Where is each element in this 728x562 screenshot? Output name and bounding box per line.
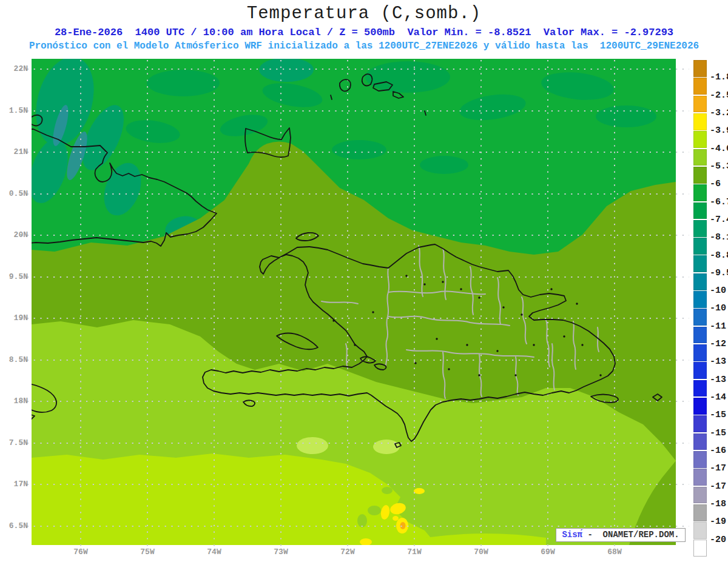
y-axis-label: 19N [0, 313, 28, 323]
colorbar-label: -10.2 [710, 286, 728, 296]
colorbar-cell [693, 78, 707, 95]
y-axis-label: 8.5N [0, 355, 28, 364]
y-axis-label: 21N [0, 147, 28, 156]
x-axis-label: 68W [601, 547, 628, 557]
colorbar-label: -18.6 [710, 499, 728, 509]
colorbar-cell [693, 309, 707, 326]
colorbar-label: -10.9 [710, 303, 728, 313]
colorbar-label: -20 [710, 535, 726, 545]
colorbar-label: -3.9 [710, 125, 728, 136]
colorbar-cell [693, 344, 707, 361]
colorbar-label: -17.9 [710, 481, 728, 492]
colorbar-cell [693, 184, 707, 201]
y-axis-label: 17N [0, 480, 28, 489]
colorbar-cell [693, 255, 707, 272]
colorbar-label: -2.5 [710, 90, 728, 101]
colorbar-label: -8.8 [710, 250, 728, 261]
colorbar-cell [693, 220, 707, 237]
colorbar-cell [693, 131, 707, 148]
colorbar-cell [693, 415, 707, 432]
colorbar-cell [693, 273, 707, 290]
colorbar-cell [693, 291, 707, 308]
y-axis-label: 20N [0, 230, 28, 239]
temperature-contour-map [32, 59, 676, 545]
x-axis-label: 74W [201, 547, 228, 557]
y-axis-label: 18N [0, 396, 28, 406]
colorbar-cell [693, 238, 707, 255]
subtitle-line-1: 28-Ene-2026 1400 UTC / 10:00 am Hora Loc… [0, 27, 728, 38]
y-axis-label: 22N [0, 64, 28, 73]
colorbar-label: -8.1 [710, 232, 728, 243]
y-axis-label: 7.5N [0, 438, 28, 447]
attribution-source: - ONAMET/REP.DOM. [582, 530, 679, 540]
colorbar-cell [693, 167, 707, 184]
x-axis-label: 71W [401, 547, 428, 557]
colorbar-label: -15.1 [710, 410, 728, 420]
attribution-box: Sisπ́ - ONAMET/REP.DOM. [556, 528, 686, 542]
colorbar-cell [693, 540, 707, 557]
colorbar-cell [693, 504, 707, 521]
colorbar-cell [693, 327, 707, 344]
page-title: Temperatura (C,somb.) [0, 4, 728, 24]
forecast-page: { "header": { "title": "Temperatura (C,s… [0, 0, 728, 562]
x-axis-label: 69W [534, 547, 561, 557]
y-axis-label: 0.5N [0, 189, 28, 198]
colorbar-cell [693, 149, 707, 166]
colorbar-cell [693, 380, 707, 397]
y-axis-label: 1.5N [0, 106, 28, 115]
forecast-map [32, 59, 676, 545]
colorbar-cell [693, 202, 707, 219]
colorbar-label: -13 [710, 356, 726, 367]
x-axis-label: 76W [67, 547, 94, 557]
colorbar-cell [693, 113, 707, 130]
attribution-brand: Sisπ́ [562, 530, 582, 540]
colorbar-label: -14.4 [710, 392, 728, 403]
colorbar-label: -3.2 [710, 108, 728, 118]
colorbar-cell [693, 487, 707, 504]
colorbar-label: -5.3 [710, 161, 728, 172]
colorbar-cell [693, 362, 707, 379]
subtitle-line-2: Pronóstico con el Modelo Atmósferico WRF… [0, 41, 728, 52]
colorbar-cell [693, 60, 707, 77]
x-axis-label: 75W [134, 547, 161, 557]
y-axis-label: 9.5N [0, 272, 28, 281]
colorbar-cell [693, 522, 707, 539]
x-axis-label: 72W [334, 547, 361, 557]
colorbar-cell [693, 469, 707, 486]
colorbar [693, 60, 707, 558]
colorbar-label: -9.5 [710, 268, 728, 278]
colorbar-label: -17.2 [710, 463, 728, 473]
colorbar-label: -16.5 [710, 446, 728, 456]
colorbar-label: -15.8 [710, 428, 728, 438]
colorbar-label: -4.6 [710, 144, 728, 154]
colorbar-label: -6 [710, 179, 721, 189]
colorbar-label: -11.6 [710, 321, 728, 332]
colorbar-cell [693, 96, 707, 113]
temperature-fill-layers [22, 50, 676, 546]
colorbar-label: -13.7 [710, 375, 728, 385]
x-axis-label: 70W [468, 547, 494, 557]
colorbar-label: -12.3 [710, 339, 728, 349]
colorbar-label: -1.8 [710, 72, 728, 82]
colorbar-label: -19.3 [710, 517, 728, 527]
colorbar-label: -7.4 [710, 215, 728, 225]
colorbar-cell [693, 451, 707, 468]
y-axis-label: 6.5N [0, 521, 28, 530]
x-axis-label: 73W [268, 547, 294, 557]
colorbar-label: -6.7 [710, 197, 728, 207]
colorbar-cell [693, 433, 707, 450]
colorbar-cell [693, 398, 707, 415]
